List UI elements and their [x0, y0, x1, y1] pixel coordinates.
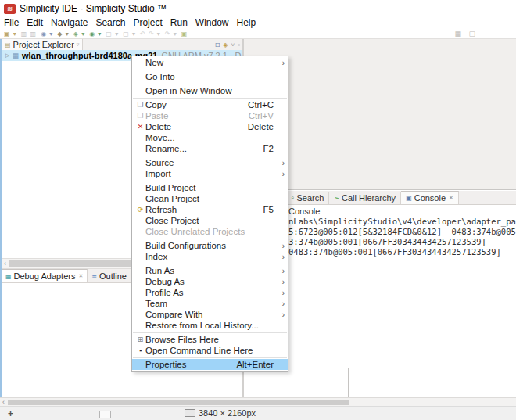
resolution-label: 3840 × 2160px: [199, 408, 256, 418]
menu-search[interactable]: Search: [91, 17, 129, 29]
mark-icon[interactable]: ▢ ▾: [123, 31, 136, 38]
menu-item-delete[interactable]: ✕DeleteDelete: [132, 121, 288, 132]
menu-item-compare-with[interactable]: Compare With›: [132, 309, 288, 320]
menu-item-rename[interactable]: Rename...F2: [132, 143, 288, 154]
paste-icon: ❐: [135, 112, 145, 120]
menu-file[interactable]: File: [0, 17, 23, 29]
menu-item-go-into[interactable]: Go Into: [132, 71, 288, 82]
console-icon: ▣: [406, 195, 412, 202]
menu-navigate[interactable]: Navigate: [47, 17, 91, 29]
menu-item-import[interactable]: Import›: [132, 168, 288, 179]
menu-window[interactable]: Window: [192, 17, 233, 29]
resolution-icon: [185, 409, 195, 417]
menu-item-profile-as[interactable]: Profile As›: [132, 287, 288, 298]
back-nav-icon[interactable]: ↶ ↷ ▾: [140, 31, 161, 38]
console-tab-label: Console: [414, 193, 446, 203]
menu-bar: File Edit Navigate Search Project Run Wi…: [0, 17, 516, 29]
menu-edit[interactable]: Edit: [23, 17, 47, 29]
menu-item-open-in-new-window[interactable]: Open in New Window: [132, 85, 288, 96]
submenu-arrow-icon: ›: [278, 300, 285, 308]
menu-separator: [133, 98, 287, 99]
menu-item-close-unrelated-projects[interactable]: Close Unrelated Projects: [132, 226, 288, 237]
command-line-icon: ▪: [135, 346, 145, 354]
search-icon: ⌕: [291, 194, 294, 202]
close-tab-icon[interactable]: ✕: [78, 273, 83, 279]
perspective-grid-icon[interactable]: ▦: [454, 30, 461, 38]
collapse-all-icon[interactable]: ⊟: [215, 41, 220, 48]
search-tab-label: Search: [296, 193, 324, 203]
view-menu-icon[interactable]: ˅: [231, 41, 235, 48]
close-console-tab-icon[interactable]: ✕: [449, 195, 453, 201]
menu-item-source[interactable]: Source›: [132, 157, 288, 168]
forward-nav-icon[interactable]: ↷ ▾: [165, 31, 177, 38]
delete-icon: ✕: [135, 123, 145, 131]
debug-icon[interactable]: ◈ ▾: [73, 31, 85, 38]
selection-rect-icon[interactable]: [99, 411, 111, 418]
project-explorer-header: ▤ Project Explorer ▿ ⊟ ◈ ˅ ▫: [2, 39, 242, 51]
save-icons[interactable]: ▥ ▥: [21, 31, 37, 38]
tab-console[interactable]: ▣ Console ✕: [401, 191, 459, 204]
console-line: nLabs\SimplicityStudio\v4\developer\adap…: [288, 217, 516, 227]
menu-item-build-configurations[interactable]: Build Configurations›: [132, 240, 288, 251]
menu-item-new[interactable]: New›: [132, 57, 288, 68]
menu-item-team[interactable]: Team›: [132, 298, 288, 309]
menu-help[interactable]: Help: [233, 17, 260, 29]
tab-call-hierarchy[interactable]: ➢ Call Hierarchy: [329, 192, 401, 204]
menu-item-index[interactable]: Index›: [132, 251, 288, 262]
tab-debug-adapters[interactable]: ▦ Debug Adapters ✕: [2, 269, 88, 282]
project-icon: ▦: [12, 52, 19, 59]
menu-project[interactable]: Project: [129, 17, 166, 29]
tab-project-explorer[interactable]: ▤ Project Explorer ▿: [2, 39, 83, 50]
scroll-left-arrow-icon[interactable]: ‹: [0, 398, 7, 406]
call-hierarchy-icon: ➢: [334, 195, 339, 202]
project-explorer-tab-label: Project Explorer: [13, 40, 74, 49]
scrollbar-thumb[interactable]: [8, 400, 349, 405]
console-line: 0483:374b@005:001[0667FF3034344342571235…: [288, 247, 516, 257]
menu-item-open-command-line-here[interactable]: ▪Open Command Line Here: [132, 345, 288, 356]
menu-item-paste[interactable]: ❐PasteCtrl+V: [132, 110, 288, 121]
menu-item-properties[interactable]: PropertiesAlt+Enter: [132, 359, 288, 370]
menu-item-close-project[interactable]: Close Project: [132, 215, 288, 226]
move-tool-icon[interactable]: +: [8, 408, 13, 419]
submenu-arrow-icon: ›: [278, 278, 285, 286]
menu-item-restore-from-local-history[interactable]: Restore from Local History...: [132, 320, 288, 331]
tab-view-menu-icon[interactable]: ▿: [77, 41, 80, 48]
link-with-editor-icon[interactable]: ◈: [223, 41, 228, 48]
main-toolbar: ▣ ▾ ▥ ▥ ◉ ▾ ◆ ▾ ◈ ▾ ◉ ▾ ▢ ▾ ▢ ▾ ↶ ↷ ▾ ↷ …: [0, 29, 516, 39]
open-element-icon[interactable]: ▣: [181, 31, 188, 38]
menu-item-refresh[interactable]: ⟳RefreshF5: [132, 204, 288, 215]
profile-icon[interactable]: ▢ ▾: [106, 31, 119, 38]
menu-separator: [133, 84, 287, 84]
tab-outline[interactable]: ≣ Outline: [88, 270, 131, 282]
menu-separator: [133, 181, 287, 181]
menu-item-move[interactable]: Move...: [132, 132, 288, 143]
menu-item-copy[interactable]: ❐CopyCtrl+C: [132, 99, 288, 110]
maximize-icon[interactable]: ▫: [238, 41, 240, 48]
submenu-arrow-icon: ›: [278, 267, 285, 275]
status-bar: + 3840 × 2160px: [0, 406, 516, 420]
menu-item-browse-files-here[interactable]: ⊞Browse Files Here: [132, 334, 288, 345]
build-icon[interactable]: ◆ ▾: [57, 31, 69, 38]
menu-item-clean-project[interactable]: Clean Project: [132, 193, 288, 204]
console-view-label: Console: [288, 206, 320, 216]
run-icon[interactable]: ◉ ▾: [89, 31, 102, 38]
menu-run[interactable]: Run: [167, 17, 192, 29]
bottom-hscrollbar[interactable]: ‹: [0, 397, 516, 406]
expand-chevron-icon[interactable]: ▷: [5, 52, 9, 59]
submenu-arrow-icon: ›: [278, 289, 285, 297]
scroll-left-arrow-icon[interactable]: ‹: [2, 260, 9, 267]
new-wizard-icon[interactable]: ▣ ▾: [4, 31, 17, 38]
refresh-icon: ⟳: [135, 206, 145, 214]
tab-search[interactable]: ⌕ Search: [286, 192, 329, 204]
menu-item-debug-as[interactable]: Debug As›: [132, 276, 288, 287]
submenu-arrow-icon: ›: [278, 311, 285, 319]
perspective-icon[interactable]: ▢: [468, 30, 475, 38]
debug-adapters-label: Debug Adapters: [14, 271, 76, 281]
debug-adapter-icon[interactable]: ◉ ▾: [41, 31, 53, 38]
console-line: 3:374b@005:001[0667FF303434434257123539]: [288, 237, 516, 247]
menu-separator: [133, 156, 287, 156]
menu-separator: [133, 332, 287, 333]
menu-item-build-project[interactable]: Build Project: [132, 182, 288, 193]
menu-item-run-as[interactable]: Run As›: [132, 265, 288, 276]
outline-label: Outline: [99, 271, 127, 281]
